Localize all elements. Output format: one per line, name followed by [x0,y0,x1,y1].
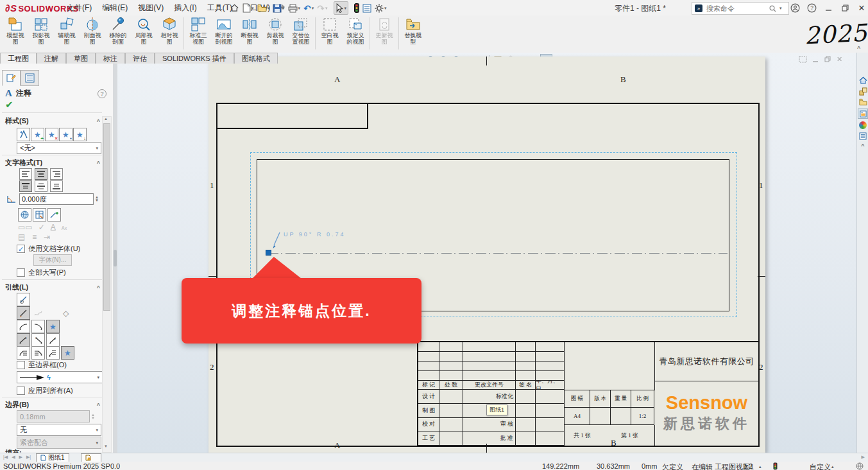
save-style-icon[interactable]: ★▪ [59,128,72,141]
tab-dimension[interactable]: 标注 [96,53,125,64]
file-explorer-icon[interactable] [858,98,867,107]
options-dropdown-caret[interactable]: ▾ [384,6,387,11]
ribbon-collapse-chevron[interactable]: ^ [857,45,860,51]
ribbon-replace-model[interactable]: 替换模型 [400,16,426,46]
units-setting[interactable]: 自定义 [810,462,831,470]
scroll-thumb[interactable] [103,123,110,311]
straight-leader-auto-icon[interactable]: x [46,333,60,347]
ribbon-detail-view[interactable]: 局部视图 [131,16,157,46]
menu-view[interactable]: 视图(V) [133,0,169,16]
tab-sheet-format[interactable]: 图纸格式 [234,53,278,64]
home-button[interactable] [228,2,241,14]
select-dropdown-caret[interactable]: ▾ [345,6,347,11]
property-manager-tab[interactable] [2,70,21,86]
border-style-dropdown[interactable]: 无▾ [17,424,101,436]
status-globe-icon[interactable] [856,462,864,470]
align-top-icon[interactable] [19,180,32,192]
apply-default-style-icon[interactable] [17,128,30,141]
title-block[interactable]: 标 记 处 数 更改文件号 签 名 年、月、日 设 计标准化 制 图 校 对审 … [417,341,758,446]
align-bottom-icon[interactable] [50,180,63,192]
options-gear-button[interactable]: ▾ [373,3,388,14]
bent-leader-right-icon[interactable] [31,320,45,333]
search-dropdown-caret[interactable]: ▾ [779,6,782,11]
straight-leader-left-icon[interactable]: x [17,333,30,347]
ribbon-section-view[interactable]: 剖面视图 [80,16,105,46]
add-symbol-icon[interactable] [47,208,61,222]
tab-annotation[interactable]: 注解 [37,53,66,64]
all-caps-checkbox[interactable] [17,268,25,277]
note-anchor-point[interactable] [266,250,271,255]
doc-minimize-icon[interactable] [812,56,819,63]
appearances-icon[interactable] [858,121,867,130]
undo-button[interactable]: ↶▾ [302,2,315,15]
drawing-sheet[interactable]: A B 1 1 2 2 A B UP 90° R 0.74 [208,57,765,453]
sheet-tab[interactable]: 图纸1 [36,453,69,462]
tab-addins[interactable]: SOLIDWORKS 插件 [155,53,234,64]
command-search[interactable]: » ▾ [692,2,789,15]
tab-drawing[interactable]: 工程图 [0,53,37,64]
help-icon[interactable]: ? [804,2,819,13]
minimize-button[interactable] [821,2,835,13]
ribbon-auxiliary-view[interactable]: 辅助视图 [54,16,80,46]
menu-insert[interactable]: 插入(I) [169,0,201,16]
select-tool-button[interactable]: ▾ [334,1,349,15]
undo-dropdown-caret[interactable]: ▾ [312,6,314,11]
straight-leader-right-icon[interactable]: x [31,333,45,347]
use-doc-font-row[interactable]: ✓ 使用文档字体(U) [17,244,80,254]
graphics-area[interactable]: ↶ ↻ ▾ ▾ ✕ A B 1 1 2 2 A B [117,53,856,453]
align-right-icon[interactable] [50,168,63,180]
panel-scrollbar[interactable]: ▲ ▼ [102,116,112,453]
link-to-property-icon[interactable] [33,208,46,222]
align-left-icon[interactable] [19,168,32,180]
restore-button[interactable] [838,2,852,13]
apply-all-row[interactable]: 应用到所有(A) [17,386,73,396]
all-caps-row[interactable]: 全部大写(P) [17,268,66,277]
new-document-button[interactable]: ▾ [241,2,255,14]
panel-help-icon[interactable]: ? [98,89,106,98]
doc-restore-icon[interactable] [824,56,831,63]
text-format-section-header[interactable]: 文字格式(T)^ [5,158,100,168]
doc-close-icon[interactable]: ✕ [837,55,842,64]
align-middle-icon[interactable] [35,180,47,192]
load-style-icon[interactable]: ★↓ [73,128,87,141]
bent-leader-left-icon[interactable] [17,320,30,333]
rebuild-button[interactable] [353,2,361,14]
balloon-shape-icon[interactable]: ◇ [59,306,72,320]
scale-caret[interactable]: ▴ [759,464,762,469]
ribbon-predefined-view[interactable]: 预定义的视图 [343,16,368,46]
ribbon-projected-view[interactable]: 投影视图 [28,16,54,46]
add-sheet-tab[interactable]: ✱ [81,453,101,462]
scroll-down-arrow[interactable]: ▼ [104,444,108,448]
scroll-up-arrow[interactable]: ▲ [104,117,108,121]
save-dropdown-caret[interactable]: ▾ [282,6,285,11]
ribbon-alternate-position[interactable]: 交替位置视图 [288,16,314,46]
add-style-icon[interactable]: ★+ [31,128,44,141]
view-palette-icon[interactable] [858,109,868,119]
hyperlink-icon[interactable] [18,208,31,222]
units-caret[interactable]: ▴ [831,464,834,469]
search-icon[interactable] [769,5,776,12]
doc-properties-icon[interactable] [799,56,807,63]
new-dropdown-caret[interactable]: ▾ [251,6,254,11]
menu-file[interactable]: 文件(F) [62,0,97,16]
tab-evaluate[interactable]: 评估 [125,53,155,64]
use-doc-font-checkbox[interactable]: ✓ [17,245,25,253]
no-leader-icon[interactable] [17,293,30,306]
attach-auto-star-icon[interactable]: ★ [61,346,74,360]
configuration-tab[interactable] [21,70,39,86]
style-section-header[interactable]: 样式(S)^ [5,116,100,126]
ribbon-broken-out-section[interactable]: 断开的剖视图 [211,16,237,46]
angle-spinner[interactable]: ▲▼ [95,196,99,202]
print-button[interactable]: ▾ [287,3,302,14]
panel-splitter[interactable] [113,64,117,453]
ribbon-break-view[interactable]: 断裂视图 [237,16,262,46]
multi-jog-leader-icon[interactable] [31,306,45,320]
ribbon-removed-section[interactable]: 移除的剖面 [105,16,131,46]
splitter-grip[interactable] [114,250,117,266]
leader-icon[interactable] [17,306,30,320]
attach-right-icon[interactable] [31,346,45,360]
ribbon-model-view[interactable]: 模型视图 [3,16,28,46]
task-pane-collapse-chevron[interactable]: ^ [857,143,868,149]
print-dropdown-caret[interactable]: ▾ [298,6,301,11]
open-button[interactable]: ▾ [256,3,271,13]
